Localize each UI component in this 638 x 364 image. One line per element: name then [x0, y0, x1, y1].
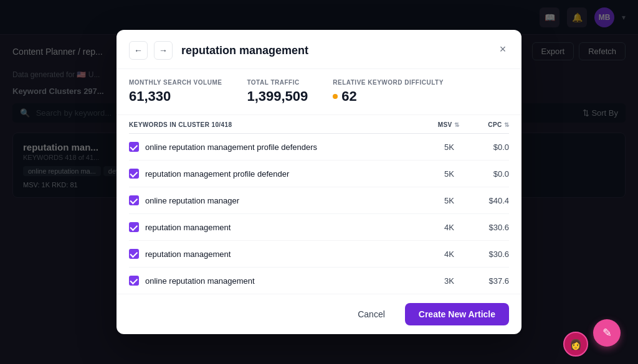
stat-total-traffic: TOTAL TRAFFIC 1,399,509	[247, 79, 308, 105]
modal-overlay: ← → reputation management × MONTHLY SEAR…	[0, 0, 638, 364]
cpc-sort-icon[interactable]: ⇅	[504, 121, 509, 128]
msv-sort-icon[interactable]: ⇅	[454, 121, 459, 128]
keyword-cluster-modal: ← → reputation management × MONTHLY SEAR…	[117, 30, 521, 334]
table-header: KEYWORDS IN CLUSTER 10/418 MSV ⇅ CPC ⇅	[129, 115, 509, 134]
keyword-checkbox-2[interactable]	[129, 195, 139, 205]
keyword-cell: reputation management	[129, 222, 409, 232]
keyword-text: reputation management profile defender	[145, 169, 289, 179]
col-header-msv: MSV ⇅	[409, 121, 459, 128]
table-row: reputation management profile defender 5…	[129, 161, 509, 187]
difficulty-dot	[333, 94, 338, 99]
keyword-cell: online reputation management	[129, 276, 409, 286]
modal-title: reputation management	[181, 44, 308, 57]
stats-bar: MONTHLY SEARCH VOLUME 61,330 TOTAL TRAFF…	[117, 69, 521, 115]
cpc-cell: $30.6	[459, 223, 509, 232]
msv-cell: 5K	[409, 169, 459, 179]
table-row: reputation management 4K $30.6	[129, 241, 509, 268]
msv-cell: 5K	[409, 196, 459, 205]
fab-edit-button[interactable]: ✎	[593, 319, 621, 347]
user-avatar-icon: 👩	[569, 338, 582, 350]
keyword-text: reputation management	[145, 250, 231, 259]
keyword-checkbox-0[interactable]	[129, 142, 139, 152]
table-row: online reputation management 3K $37.6	[129, 268, 509, 294]
modal-header: ← → reputation management ×	[117, 30, 521, 69]
pencil-icon: ✎	[602, 326, 612, 340]
nav-back-button[interactable]: ←	[129, 41, 148, 60]
cpc-cell: $40.4	[459, 196, 509, 205]
keyword-cell: online reputation manager	[129, 195, 409, 205]
keyword-checkbox-1[interactable]	[129, 169, 139, 179]
stat-monthly-search-volume: MONTHLY SEARCH VOLUME 61,330	[129, 79, 222, 105]
keyword-checkbox-3[interactable]	[129, 222, 139, 232]
keyword-text: online reputation management	[145, 276, 255, 286]
nav-forward-button[interactable]: →	[154, 41, 173, 60]
keyword-checkbox-5[interactable]	[129, 276, 139, 286]
table-row: online reputation management profile def…	[129, 134, 509, 161]
col-header-keywords: KEYWORDS IN CLUSTER 10/418	[129, 121, 409, 128]
keyword-text: reputation management	[145, 223, 231, 232]
msv-cell: 3K	[409, 276, 459, 286]
keyword-cell: reputation management profile defender	[129, 169, 409, 179]
col-header-cpc: CPC ⇅	[459, 121, 509, 128]
user-avatar[interactable]: 👩	[563, 332, 588, 357]
close-icon: ×	[500, 43, 507, 56]
create-new-article-button[interactable]: Create New Article	[405, 303, 509, 325]
arrow-left-icon: ←	[134, 45, 143, 55]
keyword-cell: reputation management	[129, 249, 409, 259]
keyword-text: online reputation manager	[145, 196, 239, 205]
keywords-table: KEYWORDS IN CLUSTER 10/418 MSV ⇅ CPC ⇅ o…	[117, 115, 521, 294]
keyword-rows: online reputation management profile def…	[129, 134, 509, 294]
cancel-button[interactable]: Cancel	[345, 303, 398, 325]
cpc-cell: $0.0	[459, 169, 509, 179]
keyword-text: online reputation management profile def…	[145, 142, 317, 152]
msv-cell: 5K	[409, 142, 459, 152]
msv-cell: 4K	[409, 250, 459, 259]
table-row: online reputation manager 5K $40.4	[129, 187, 509, 214]
modal-footer: Cancel Create New Article	[117, 294, 521, 334]
cpc-cell: $37.6	[459, 276, 509, 286]
cpc-cell: $30.6	[459, 250, 509, 259]
keyword-cell: online reputation management profile def…	[129, 142, 409, 152]
close-button[interactable]: ×	[494, 40, 512, 58]
cpc-cell: $0.0	[459, 142, 509, 152]
table-row: reputation management 4K $30.6	[129, 214, 509, 241]
msv-cell: 4K	[409, 223, 459, 232]
stat-relative-keyword-difficulty: RELATIVE KEYWORD DIFFICULTY 62	[333, 79, 444, 105]
keyword-checkbox-4[interactable]	[129, 249, 139, 259]
arrow-right-icon: →	[159, 45, 168, 55]
